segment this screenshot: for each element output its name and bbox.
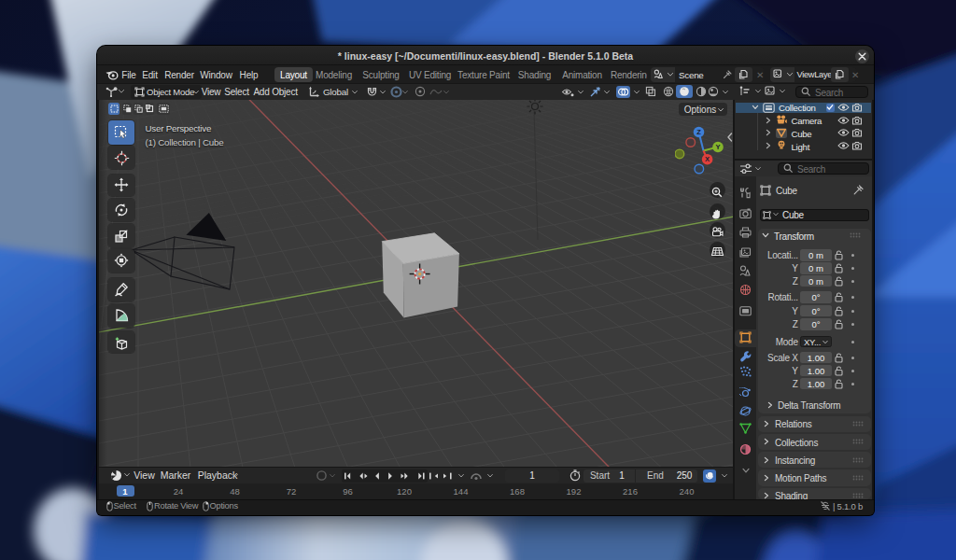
svg-text:X: X <box>705 155 710 163</box>
svg-text:Z: Z <box>696 128 701 136</box>
svg-text:Y: Y <box>715 143 720 151</box>
